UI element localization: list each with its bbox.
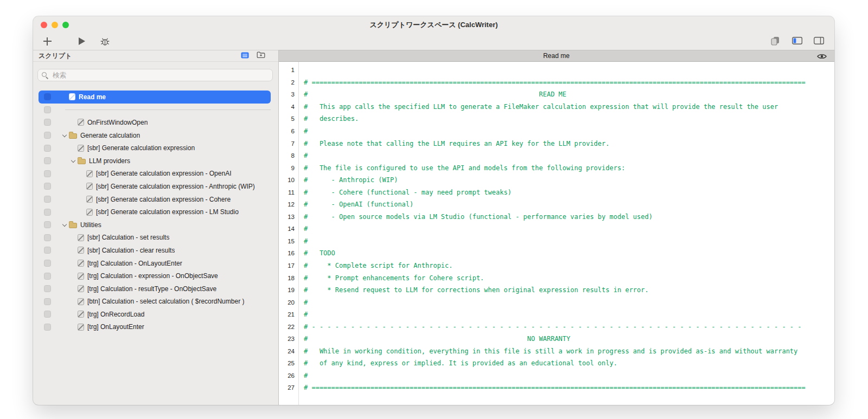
row-checkbox[interactable] [44,221,51,228]
row-checkbox[interactable] [44,196,51,203]
script-row[interactable]: OnFirstWindowOpen [39,116,271,129]
zoom-window-button[interactable] [62,22,69,28]
chevron-down-icon[interactable] [60,134,69,137]
code-line[interactable]: 17# * Complete script for Anthropic. [279,260,834,272]
script-row[interactable]: [btn] Calculation - select calculation (… [39,295,271,308]
row-checkbox[interactable] [44,132,51,139]
code-line[interactable]: 1 [279,64,834,76]
script-row[interactable]: [sbr] Generate calculation expression - … [39,167,271,181]
code-line[interactable]: 16# TODO [279,247,834,260]
script-folder-row[interactable]: Utilities [39,218,271,231]
toolbar-right [769,36,825,46]
run-script-button[interactable] [76,36,87,46]
code-line[interactable]: 23# NO WARRANTY [279,333,834,345]
code-line[interactable]: 11# - Cohere (functional - may need prom… [279,186,834,198]
row-checkbox[interactable] [44,234,51,241]
row-checkbox[interactable] [44,298,51,305]
script-row[interactable]: [trg] Calculation - expression - OnObjec… [39,269,271,282]
code-line[interactable]: 12# - OpenAI (functional) [279,198,834,211]
script-icon [78,260,84,267]
row-checkbox[interactable] [44,209,51,216]
code-line[interactable]: 20# [279,296,834,308]
row-checkbox[interactable] [44,247,51,254]
line-number: 23 [279,336,298,342]
code-line[interactable]: 13# - Open source models via LM Studio (… [279,211,834,223]
code-line[interactable]: 3# READ ME [279,88,834,101]
chevron-down-icon[interactable] [60,224,69,226]
script-workspace-window: スクリプトワークスペース (CalcWriter) [33,16,834,405]
toggle-left-pane-button[interactable] [791,36,803,46]
code-line[interactable]: 26# [279,370,834,382]
row-checkbox[interactable] [44,183,51,190]
code-line[interactable]: 5# describes. [279,113,834,125]
row-checkbox[interactable] [44,145,51,152]
script-row[interactable]: [trg] Calculation - OnLayoutEnter [39,257,271,270]
script-list: Read meOnFirstWindowOpenGenerate calcula… [33,91,278,405]
code-line[interactable]: 24# While in working condition, everythi… [279,345,834,358]
search-input[interactable] [52,71,269,80]
code-line[interactable]: 22# - - - - - - - - - - - - - - - - - - … [279,320,834,333]
row-checkbox[interactable] [44,119,51,126]
script-row[interactable]: [trg] OnLayoutEnter [39,321,271,334]
indent-spacer [60,173,77,174]
code-line[interactable]: 25# of any kind, express or implied. It … [279,357,834,370]
script-row[interactable]: [sbr] Generate calculation expression [39,141,271,154]
script-row[interactable]: [sbr] Generate calculation expression - … [39,180,271,193]
script-row[interactable]: [trg] Calculation - resultType - OnObjec… [39,282,271,295]
chevron-down-icon[interactable] [68,160,78,162]
code-line[interactable]: 21# [279,308,834,321]
copy-button[interactable] [769,36,781,46]
row-checkbox[interactable] [44,106,51,113]
debug-script-button[interactable] [99,36,110,46]
pane-divider[interactable] [278,50,279,405]
code-line[interactable]: 18# * Prompt enhancements for Cohere scr… [279,272,834,284]
script-row[interactable]: [trg] OnRecordLoad [39,308,271,321]
row-checkbox[interactable] [44,311,51,318]
row-checkbox[interactable] [44,170,51,177]
minimize-window-button[interactable] [52,22,58,28]
script-row[interactable]: Read me [39,91,271,104]
new-folder-button[interactable] [257,51,265,61]
indent-spacer [60,314,68,314]
code-lines: 12# ====================================… [279,64,834,394]
row-checkbox[interactable] [44,285,51,292]
line-number: 21 [279,311,298,318]
sidebar-header-icons [241,51,273,61]
code-line[interactable]: 6# [279,125,834,138]
code-line[interactable]: 19# * Resend request to LLM for correcti… [279,284,834,296]
list-view-button[interactable] [241,51,249,61]
code-line[interactable]: 9# The file is configured to use the API… [279,162,834,174]
toggle-right-pane-button[interactable] [813,36,825,46]
script-row[interactable]: [sbr] Calculation - set results [39,231,271,244]
code-line[interactable]: 8# [279,150,834,162]
code-text: # [298,299,308,306]
script-row[interactable]: [sbr] Calculation - clear results [39,244,271,257]
code-line[interactable]: 10# - Anthropic (WIP) [279,174,834,186]
code-area[interactable]: 12# ====================================… [279,62,834,405]
copy-icon [771,36,780,46]
search-field[interactable] [37,69,273,81]
script-row[interactable]: [sbr] Generate calculation expression - … [39,205,271,218]
code-line[interactable]: 14# [279,223,834,235]
code-line[interactable]: 15# [279,235,834,248]
code-line[interactable]: 27# ====================================… [279,382,834,394]
code-line[interactable]: 4# This app calls the specified LLM to g… [279,101,834,113]
row-checkbox[interactable] [44,324,51,331]
code-line[interactable]: 2# =====================================… [279,76,834,89]
tab-read-me[interactable]: Read me [543,52,570,60]
row-checkbox[interactable] [44,260,51,267]
close-window-button[interactable] [41,22,47,28]
script-row[interactable]: [sbr] Generate calculation expression - … [39,193,271,206]
code-text: # Please note that calling the LLM requi… [298,140,610,147]
new-script-button[interactable] [42,36,53,46]
script-folder-row[interactable]: Generate calculation [39,129,271,142]
row-checkbox[interactable] [44,157,51,164]
eye-icon[interactable] [817,53,827,60]
row-checkbox[interactable] [44,93,51,100]
code-line[interactable]: 7# Please note that calling the LLM requ… [279,137,834,150]
list-separator [39,104,271,117]
indent-spacer [60,288,68,289]
script-icon [78,298,84,305]
script-folder-row[interactable]: LLM providers [39,154,271,167]
row-checkbox[interactable] [44,273,51,280]
